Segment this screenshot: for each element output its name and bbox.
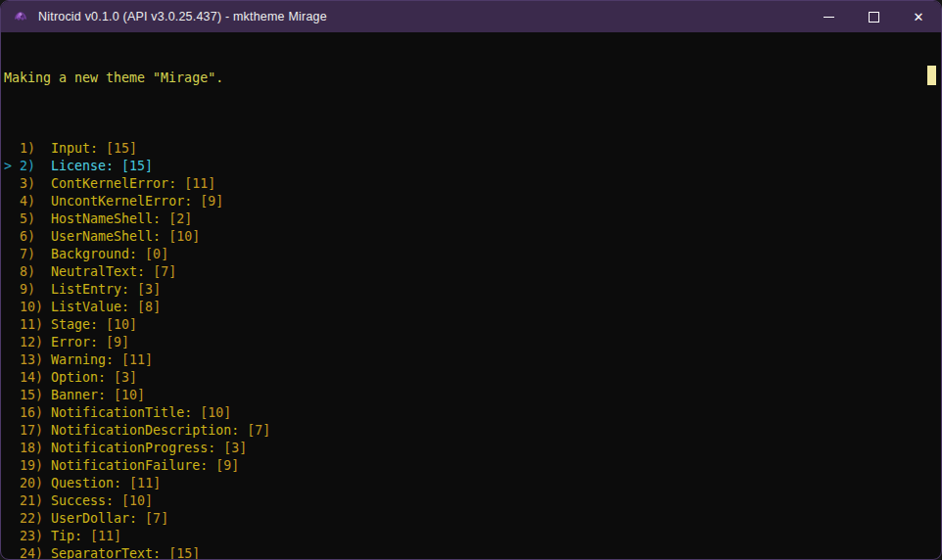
theme-message: Making a new theme "Mirage". [4,70,940,87]
terminal-content: Making a new theme "Mirage". 1) Input: [… [2,32,940,558]
list-item-Question[interactable]: 20) Question: [11] [4,475,940,492]
list-item-Input[interactable]: 1) Input: [15] [4,140,940,158]
list-item-NotificationFailure[interactable]: 19) NotificationFailure: [9] [4,457,940,475]
scrollbar-thumb[interactable] [927,66,936,85]
terminal-window: Nitrocid v0.1.0 (API v3.0.25.437) - mkth… [0,0,942,560]
list-item-Stage[interactable]: 11) Stage: [10] [4,316,940,334]
list-item-Error[interactable]: 12) Error: [9] [4,334,940,351]
nitrocid-app-icon [13,9,28,24]
list-item-UserNameShell[interactable]: 6) UserNameShell: [10] [4,228,940,246]
close-icon: ✕ [914,11,924,23]
minimize-button[interactable] [806,1,851,32]
list-item-Success[interactable]: 21) Success: [10] [4,492,940,510]
list-item-Banner[interactable]: 15) Banner: [10] [4,387,940,404]
list-item-ListValue[interactable]: 10) ListValue: [8] [4,299,940,316]
minimize-icon [824,17,834,18]
list-item-UncontKernelError[interactable]: 4) UncontKernelError: [9] [4,193,940,210]
list-item-HostNameShell[interactable]: 5) HostNameShell: [2] [4,210,940,228]
close-button[interactable]: ✕ [896,1,941,32]
list-item-NotificationTitle[interactable]: 16) NotificationTitle: [10] [4,404,940,422]
maximize-button[interactable] [851,1,896,32]
list-item-NotificationDescription[interactable]: 17) NotificationDescription: [7] [4,422,940,440]
titlebar[interactable]: Nitrocid v0.1.0 (API v3.0.25.437) - mkth… [1,1,941,32]
window-title: Nitrocid v0.1.0 (API v3.0.25.437) - mkth… [38,10,327,23]
list-item-License[interactable]: > 2) License: [15] [4,158,940,175]
list-item-SeparatorText[interactable]: 24) SeparatorText: [15] [4,545,940,560]
list-item-NeutralText[interactable]: 8) NeutralText: [7] [4,263,940,281]
list-item-Option[interactable]: 14) Option: [3] [4,369,940,387]
list-item-UserDollar[interactable]: 22) UserDollar: [7] [4,510,940,528]
list-item-NotificationProgress[interactable]: 18) NotificationProgress: [3] [4,440,940,457]
list-item-ContKernelError[interactable]: 3) ContKernelError: [11] [4,175,940,193]
theme-color-list: 1) Input: [15]> 2) License: [15] 3) Cont… [4,140,940,560]
list-item-ListEntry[interactable]: 9) ListEntry: [3] [4,281,940,299]
list-item-Warning[interactable]: 13) Warning: [11] [4,351,940,369]
window-controls: ✕ [806,1,941,32]
list-item-Background[interactable]: 7) Background: [0] [4,246,940,263]
maximize-icon [869,12,879,23]
list-item-Tip[interactable]: 23) Tip: [11] [4,528,940,545]
